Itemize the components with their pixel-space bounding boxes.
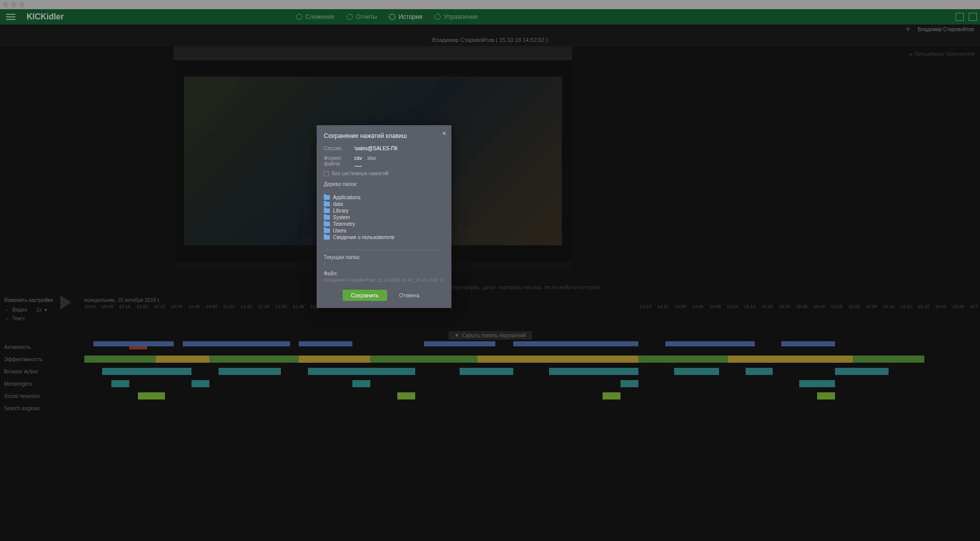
modal-buttons: Сохранить Отмена <box>324 290 444 301</box>
folder-item[interactable]: Сведения о пользователе <box>324 234 444 241</box>
folder-item[interactable]: data <box>324 201 444 207</box>
folder-icon <box>324 235 330 240</box>
checkbox-icon[interactable] <box>324 171 329 176</box>
folder-item[interactable]: Library <box>324 207 444 214</box>
save-keystrokes-modal: × Сохранение нажатий клавиш Сессия: \sal… <box>317 125 451 308</box>
format-csv[interactable]: csv <box>354 155 362 167</box>
folder-tree-label: Дерево папок: <box>324 181 444 187</box>
modal-format-row: Формат файла: csv xlsx <box>324 155 444 167</box>
folder-icon <box>324 202 330 206</box>
folder-item[interactable]: Telemetry <box>324 221 444 227</box>
folder-label: Applications <box>333 195 361 200</box>
folder-item[interactable]: Applications <box>324 194 444 201</box>
folder-icon <box>324 222 330 226</box>
modal-session-row: Сессия: \sales@SALES-ПК <box>324 146 444 151</box>
checkbox-label: Без системных нажатий <box>332 171 389 176</box>
folder-label: Telemetry <box>333 221 355 227</box>
file-label: Файл: <box>324 271 444 276</box>
current-folder-value: / <box>324 261 444 267</box>
format-label: Формат файла: <box>324 155 354 167</box>
cancel-button[interactable]: Отмена <box>393 290 425 301</box>
folder-item[interactable]: System <box>324 214 444 221</box>
no-system-keys-row[interactable]: Без системных нажатий <box>324 171 444 176</box>
folder-icon <box>324 228 330 233</box>
modal-title: Сохранение нажатий клавиш <box>324 132 444 139</box>
folder-label: Users <box>333 228 346 233</box>
session-value: \sales@SALES-ПК <box>354 146 398 151</box>
file-name-input[interactable] <box>324 277 444 283</box>
current-folder-label: Текущая папка: <box>324 250 444 260</box>
modal-overlay <box>0 0 980 541</box>
folder-icon <box>324 208 330 213</box>
folder-tree: ApplicationsdataLibrarySystemTelemetryUs… <box>324 191 444 244</box>
folder-item[interactable]: Users <box>324 227 444 234</box>
save-button[interactable]: Сохранить <box>343 290 387 301</box>
folder-label: System <box>333 215 350 220</box>
session-label: Сессия: <box>324 146 354 151</box>
folder-icon <box>324 195 330 200</box>
folder-label: data <box>333 201 343 207</box>
folder-icon <box>324 215 330 220</box>
format-tabs: csv xlsx <box>354 155 376 167</box>
modal-close-button[interactable]: × <box>442 129 446 137</box>
folder-label: Library <box>333 208 349 214</box>
format-xlsx[interactable]: xlsx <box>367 155 376 167</box>
folder-label: Сведения о пользователе <box>333 234 394 240</box>
